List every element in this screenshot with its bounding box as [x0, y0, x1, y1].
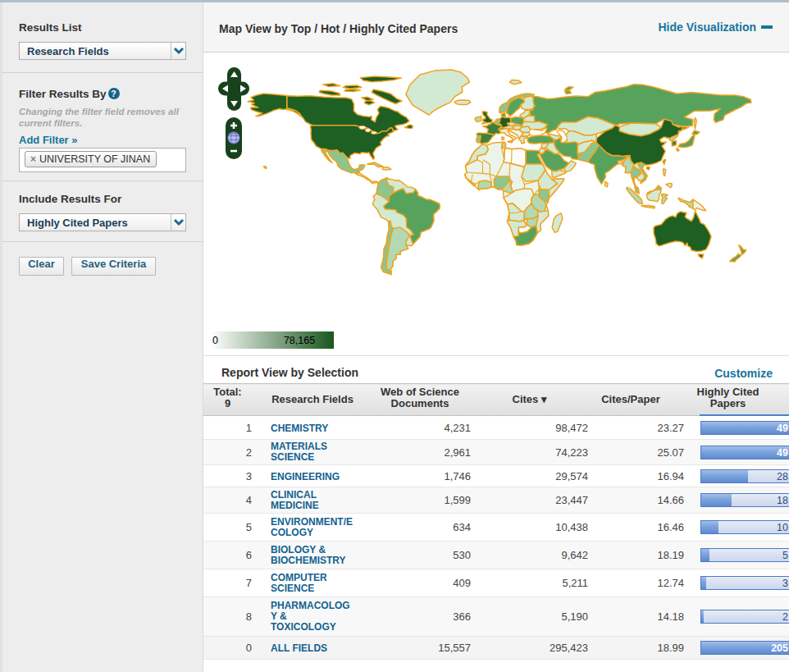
svg-text:0: 0 [212, 335, 218, 346]
svg-text:78,165: 78,165 [284, 335, 315, 346]
